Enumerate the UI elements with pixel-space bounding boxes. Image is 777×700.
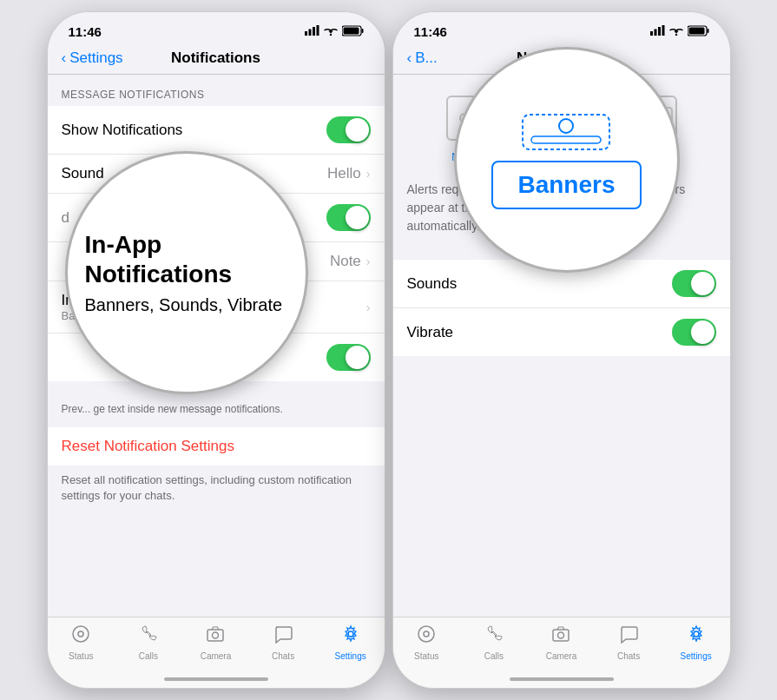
status-icon-right xyxy=(417,624,436,649)
signal-icon xyxy=(305,25,319,38)
back-label-right: B... xyxy=(415,50,438,67)
show-notifications-row[interactable]: Show Notifications xyxy=(48,106,385,155)
svg-rect-10 xyxy=(207,630,223,641)
vibrate-row[interactable]: Vibrate xyxy=(393,308,730,356)
tab-camera-left[interactable]: Camera xyxy=(182,624,250,661)
tab-status-label-left: Status xyxy=(69,651,93,661)
calls-icon-left xyxy=(139,624,158,649)
time-right: 11:46 xyxy=(414,24,447,39)
sounds-toggle[interactable] xyxy=(672,270,716,297)
sound-label: Sound xyxy=(62,165,104,182)
tab-calls-right[interactable]: Calls xyxy=(460,624,528,661)
signal-icon-right xyxy=(650,25,665,38)
svg-rect-36 xyxy=(553,630,569,641)
tab-settings-right[interactable]: Settings xyxy=(662,624,730,661)
camera-icon-right xyxy=(551,624,570,649)
status-icons-right xyxy=(650,25,709,39)
svg-rect-33 xyxy=(531,136,601,143)
back-button-right[interactable]: ‹ B... xyxy=(407,50,438,67)
svg-rect-19 xyxy=(688,27,704,34)
tab-chats-left[interactable]: Chats xyxy=(249,624,317,661)
status-bar-left: 11:46 xyxy=(48,12,385,43)
svg-rect-0 xyxy=(305,31,307,36)
chats-icon-right xyxy=(619,624,638,649)
svg-point-37 xyxy=(558,632,564,638)
tab-calls-label-left: Calls xyxy=(139,651,158,661)
wifi-icon xyxy=(324,25,338,38)
left-phone: 11:46 ‹ Settings Notifications xyxy=(47,11,385,689)
svg-point-38 xyxy=(694,631,699,637)
svg-point-9 xyxy=(78,631,83,637)
status-bar-right: 11:46 xyxy=(393,12,730,43)
chevron-right-icon: › xyxy=(366,167,371,181)
calls-icon-right xyxy=(484,624,504,649)
svg-rect-7 xyxy=(361,29,363,33)
badge-label: ​d xyxy=(62,209,69,227)
svg-rect-2 xyxy=(313,27,315,36)
status-icon-left xyxy=(71,624,90,649)
nav-bar-left: ‹ Settings Notifications xyxy=(48,43,385,75)
back-button-left[interactable]: ‹ Settings xyxy=(62,50,123,67)
notification-bar-svg xyxy=(514,110,618,154)
svg-rect-16 xyxy=(662,25,664,36)
time-left: 11:46 xyxy=(69,24,102,39)
tab-status-left[interactable]: Status xyxy=(48,624,115,661)
tab-camera-right[interactable]: Camera xyxy=(528,624,596,661)
settings-icon-right xyxy=(687,624,706,649)
sound-value: Hello › xyxy=(327,165,370,182)
tab-settings-left[interactable]: Settings xyxy=(317,624,385,661)
badge-toggle[interactable] xyxy=(326,204,371,231)
battery-icon-right xyxy=(688,25,709,39)
tab-settings-label-right: Settings xyxy=(681,651,712,661)
svg-point-32 xyxy=(559,119,573,133)
chats-icon-left xyxy=(273,624,293,649)
tab-status-label-right: Status xyxy=(414,651,438,661)
home-indicator-right xyxy=(510,677,614,681)
svg-point-11 xyxy=(213,632,219,638)
svg-rect-20 xyxy=(707,29,708,33)
magnifier-left-content: In-App Notifications Banners, Sounds, Vi… xyxy=(68,213,306,333)
home-indicator-left xyxy=(164,677,268,681)
svg-rect-3 xyxy=(316,25,319,36)
svg-rect-1 xyxy=(308,30,311,36)
back-label-left: Settings xyxy=(69,50,122,67)
preview-value: Note › xyxy=(330,253,371,270)
svg-point-4 xyxy=(329,34,331,36)
settings-icon-left xyxy=(341,624,360,649)
svg-rect-13 xyxy=(650,31,653,36)
tab-calls-left[interactable]: Calls xyxy=(115,624,182,661)
preview-text: Prev... ge text inside new message notif… xyxy=(48,399,385,427)
reset-button[interactable]: Reset Notification Settings xyxy=(48,427,385,466)
tab-status-right[interactable]: Status xyxy=(393,624,461,661)
svg-point-17 xyxy=(675,34,676,36)
battery-icon xyxy=(342,25,364,39)
chevron-left-icon-right: ‹ xyxy=(407,50,412,67)
tab-calls-label-right: Calls xyxy=(484,651,504,661)
status-icons-left xyxy=(305,25,364,39)
settings-group-right: Sounds Vibrate xyxy=(393,260,730,356)
tab-chats-label-left: Chats xyxy=(272,651,294,661)
preview-toggle[interactable] xyxy=(326,344,371,371)
chevron-right-icon2: › xyxy=(366,254,371,268)
chevron-left-icon: ‹ xyxy=(62,50,67,67)
tab-settings-label-left: Settings xyxy=(335,651,366,661)
tab-camera-label-left: Camera xyxy=(201,651,232,661)
reset-desc: Reset all notification settings, includi… xyxy=(48,466,385,518)
magnifier-right-content: Banners xyxy=(491,110,641,209)
show-notifications-label: Show Notifications xyxy=(62,122,183,139)
right-phone: 11:46 ‹ B... Notifications xyxy=(392,11,731,689)
svg-rect-14 xyxy=(654,30,656,36)
magnifier-title: In-App Notifications xyxy=(85,230,288,288)
vibrate-toggle[interactable] xyxy=(672,319,716,346)
magnifier-left: In-App Notifications Banners, Sounds, Vi… xyxy=(65,151,308,394)
magnifier-right: Banners xyxy=(454,47,680,273)
svg-point-34 xyxy=(418,626,434,642)
vibrate-label: Vibrate xyxy=(407,324,454,341)
svg-point-35 xyxy=(424,631,429,637)
section-header-left: MESSAGE NOTIFICATIONS xyxy=(48,75,385,106)
show-notifications-toggle[interactable] xyxy=(326,116,371,143)
tab-chats-right[interactable]: Chats xyxy=(595,624,662,661)
magnifier-subtitle: Banners, Sounds, Vibrate xyxy=(85,295,288,315)
tab-camera-label-right: Camera xyxy=(546,651,577,661)
in-app-chevron: › xyxy=(366,300,371,314)
